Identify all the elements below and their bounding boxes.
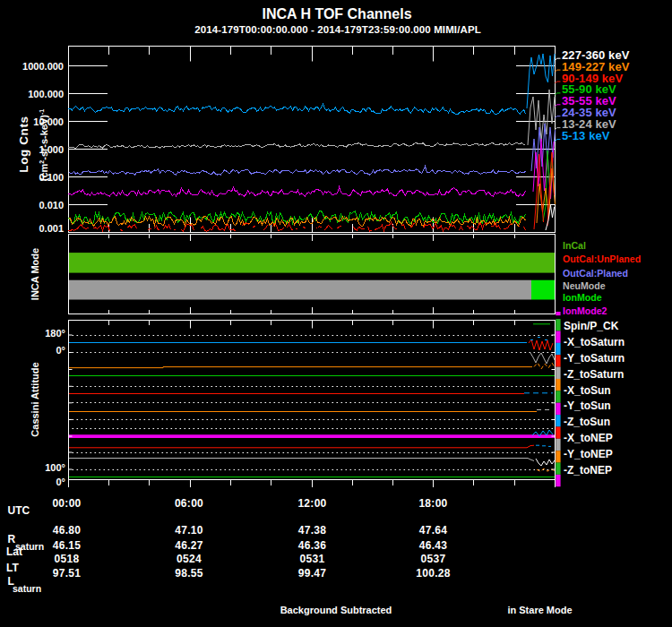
svg-text:47.64: 47.64 <box>419 524 448 537</box>
svg-text:98.55: 98.55 <box>175 567 203 580</box>
svg-text:12:00: 12:00 <box>297 497 326 510</box>
svg-text:5-13 keV: 5-13 keV <box>562 129 610 142</box>
svg-text:97.51: 97.51 <box>53 567 82 580</box>
svg-text:-Y_toSaturn: -Y_toSaturn <box>564 352 625 365</box>
svg-text:INCA H TOF Channels: INCA H TOF Channels <box>262 6 411 21</box>
svg-text:2014-179T00:00:00.000 - 2014-1: 2014-179T00:00:00.000 - 2014-179T23:59:0… <box>194 24 481 35</box>
svg-text:Cassini Attitude: Cassini Attitude <box>30 362 40 436</box>
svg-text:0518: 0518 <box>55 553 80 565</box>
svg-text:OutCal:UnPlaned: OutCal:UnPlaned <box>563 253 641 264</box>
svg-text:06:00: 06:00 <box>175 497 203 510</box>
svg-text:47.10: 47.10 <box>175 524 203 537</box>
svg-text:46.27: 46.27 <box>175 539 203 552</box>
svg-text:Lat: Lat <box>6 545 22 558</box>
svg-text:InCal: InCal <box>563 240 586 251</box>
svg-text:100.28: 100.28 <box>416 567 451 580</box>
svg-text:-Y_toSun: -Y_toSun <box>564 399 611 412</box>
svg-text:IonMode2: IonMode2 <box>563 305 607 316</box>
svg-text:99.47: 99.47 <box>298 567 327 580</box>
svg-text:in Stare Mode: in Stare Mode <box>507 605 572 615</box>
svg-text:47.38: 47.38 <box>298 524 327 537</box>
svg-text:100.000: 100.000 <box>28 89 64 99</box>
svg-text:0°: 0° <box>56 477 65 487</box>
svg-text:-Z_toSun: -Z_toSun <box>564 416 610 428</box>
svg-text:(cm2-sr-s-keV)-1: (cm2-sr-s-keV)-1 <box>39 109 49 182</box>
svg-text:LT: LT <box>6 562 19 574</box>
svg-text:-Z_toNEP: -Z_toNEP <box>564 464 612 477</box>
svg-text:-Y_toNEP: -Y_toNEP <box>564 448 613 460</box>
svg-text:-X_toSun: -X_toSun <box>564 384 611 397</box>
svg-text:0531: 0531 <box>300 553 325 565</box>
svg-text:UTC: UTC <box>8 504 30 517</box>
svg-text:NeuMode: NeuMode <box>563 280 606 291</box>
svg-text:46.36: 46.36 <box>298 539 327 552</box>
svg-text:180°: 180° <box>45 328 65 339</box>
svg-text:0.001: 0.001 <box>39 223 64 234</box>
svg-text:IonMode: IonMode <box>563 292 602 303</box>
svg-text:Background Subtracted: Background Subtracted <box>280 605 392 615</box>
svg-text:46.43: 46.43 <box>419 539 448 552</box>
svg-text:0.010: 0.010 <box>39 200 64 210</box>
svg-text:0537: 0537 <box>421 553 446 565</box>
svg-text:INCA Mode: INCA Mode <box>30 248 40 300</box>
svg-text:46.15: 46.15 <box>53 539 82 552</box>
svg-text:1000.000: 1000.000 <box>22 61 64 72</box>
svg-text:-X_toSaturn: -X_toSaturn <box>564 336 625 348</box>
svg-text:Spin/P_CK: Spin/P_CK <box>564 320 619 332</box>
svg-text:-X_toNEP: -X_toNEP <box>564 432 613 444</box>
svg-text:18:00: 18:00 <box>418 497 447 510</box>
svg-text:Log Cnts: Log Cnts <box>17 116 30 172</box>
svg-text:100°: 100° <box>45 462 65 473</box>
svg-text:0°: 0° <box>56 345 65 356</box>
svg-text:00:00: 00:00 <box>52 497 81 510</box>
svg-text:46.80: 46.80 <box>53 524 82 537</box>
svg-text:-Z_toSaturn: -Z_toSaturn <box>564 368 624 381</box>
svg-text:OutCal:Planed: OutCal:Planed <box>563 268 628 279</box>
svg-text:0524: 0524 <box>177 553 202 565</box>
svg-text:saturn: saturn <box>13 583 41 594</box>
